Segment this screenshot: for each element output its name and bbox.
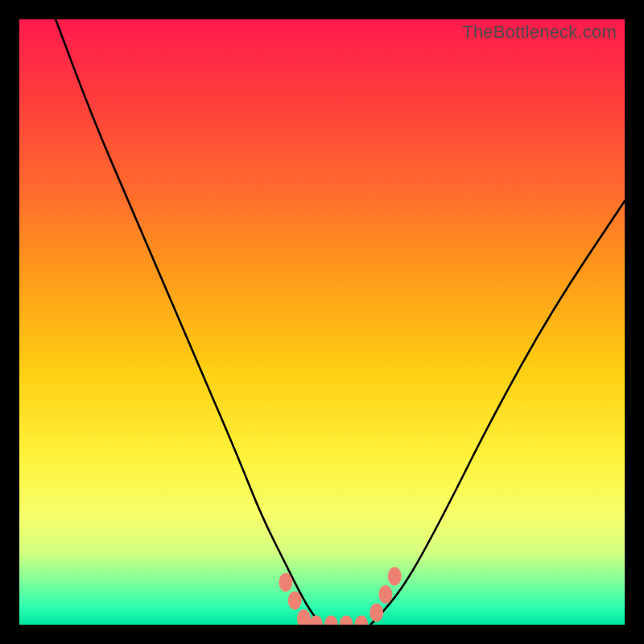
data-marker bbox=[288, 591, 302, 609]
curve-overlay bbox=[19, 19, 625, 625]
data-marker bbox=[297, 609, 311, 625]
data-marker bbox=[378, 585, 392, 604]
plot-area: TheBottleneck.com bbox=[19, 19, 625, 625]
left-curve bbox=[56, 19, 322, 625]
marker-group bbox=[279, 567, 401, 625]
data-marker bbox=[388, 567, 402, 585]
data-marker bbox=[369, 603, 383, 621]
data-marker bbox=[279, 573, 292, 592]
right-curve bbox=[370, 201, 625, 625]
data-marker bbox=[354, 616, 368, 625]
data-marker bbox=[309, 616, 323, 625]
data-marker bbox=[340, 616, 353, 625]
outer-frame: TheBottleneck.com bbox=[0, 0, 644, 644]
data-marker bbox=[324, 616, 338, 625]
